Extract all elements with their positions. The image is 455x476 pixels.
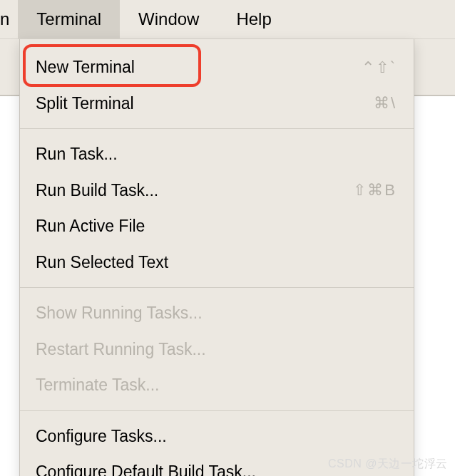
menu-item-label: Show Running Tasks... (36, 301, 397, 326)
menubar-item-label: Terminal (36, 9, 101, 29)
menu-item-label: Run Selected Text (36, 250, 397, 275)
menu-separator (20, 410, 414, 411)
menu-item-shortcut: ⇧⌘B (353, 178, 397, 202)
menu-item-restart-running-task: Restart Running Task... (20, 331, 414, 368)
menu-item-run-active-file[interactable]: Run Active File (20, 208, 414, 244)
menu-item-terminate-task: Terminate Task... (20, 367, 414, 403)
menubar-item-help[interactable]: Help (218, 0, 290, 38)
terminal-menu-dropdown: New Terminal ⌃⇧` Split Terminal ⌘\ Run T… (19, 39, 414, 476)
watermark-text: CSDN @天边一坨浮云 (328, 457, 448, 470)
menu-item-label: Run Task... (36, 142, 397, 167)
menu-item-label: Terminate Task... (36, 373, 397, 398)
menu-item-configure-tasks[interactable]: Configure Tasks... (20, 418, 414, 455)
menu-item-label: Configure Tasks... (36, 424, 397, 449)
menubar-item-label: Help (236, 9, 271, 29)
menubar-item-window[interactable]: Window (120, 0, 218, 38)
menu-item-run-build-task[interactable]: Run Build Task... ⇧⌘B (20, 172, 414, 209)
menu-item-label: Run Build Task... (36, 178, 353, 203)
menu-item-show-running-tasks: Show Running Tasks... (20, 295, 414, 331)
menu-separator (20, 128, 414, 129)
menubar-item-label: Window (138, 9, 199, 29)
menu-item-run-selected-text[interactable]: Run Selected Text (20, 244, 414, 281)
menu-item-shortcut: ⌘\ (374, 91, 397, 115)
menubar-item-label: n (0, 9, 9, 29)
menu-item-label: New Terminal (36, 55, 362, 80)
menu-item-shortcut: ⌃⇧` (362, 56, 397, 79)
watermark: CSDN @天边一坨浮云 (328, 457, 448, 472)
menu-item-run-task[interactable]: Run Task... (20, 136, 414, 172)
menu-item-label: Run Active File (36, 214, 397, 239)
menu-separator (20, 287, 414, 288)
menu-item-label: Split Terminal (36, 91, 374, 116)
menubar-item-partial[interactable]: n (0, 0, 18, 38)
menu-item-new-terminal[interactable]: New Terminal ⌃⇧` (20, 49, 414, 86)
menubar-item-terminal[interactable]: Terminal (18, 0, 120, 38)
menu-item-label: Restart Running Task... (36, 337, 397, 362)
menu-item-split-terminal[interactable]: Split Terminal ⌘\ (20, 86, 414, 122)
menubar: n Terminal Window Help (0, 0, 455, 39)
